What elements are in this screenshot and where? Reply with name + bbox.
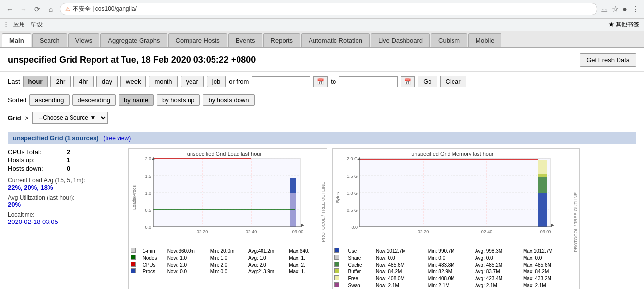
bookmark-apps[interactable]: 应用 [13,21,25,29]
tab-mobile[interactable]: Mobile [468,33,501,47]
clear-button[interactable]: Clear [440,76,466,87]
profile-button[interactable]: ● [622,4,627,14]
legend-min-use: Min: 990.7M [426,247,473,254]
grid-section-title-link[interactable]: unspecified Grid (1 sources) [13,134,100,142]
bookmark-bише[interactable]: 毕设 [31,21,43,29]
time-controls: Last hour 2hr 4hr day week month year jo… [0,72,644,91]
time-2hr-button[interactable]: 2hr [50,76,71,87]
legend-max-free: Max: 433.2M [521,275,572,282]
svg-text:Loads/Procs: Loads/Procs [132,185,137,210]
legend-row-use: Use Now:1012.7M Min: 990.7M Avg: 998.3M … [333,247,572,254]
browser-actions: ⌓ ☆ ● ⋮ [601,4,639,14]
sort-by-name-button[interactable]: by name [119,94,154,106]
sort-descending-button[interactable]: descending [72,94,116,106]
svg-text:unspecified Grid Memory last h: unspecified Grid Memory last hour [411,151,494,156]
localtime-label: Localtime: [8,211,120,218]
legend-avg-free: Avg: 423.4M [473,275,521,282]
legend-now-free: Now: 408.0M [374,275,426,282]
svg-text:1.0 G: 1.0 G [347,191,358,196]
reload-button[interactable]: ⟳ [32,4,42,14]
svg-text:0.5 G: 0.5 G [347,208,358,213]
sort-ascending-button[interactable]: ascending [29,94,69,106]
bookmark-button[interactable]: ☆ [612,4,619,14]
time-month-button[interactable]: month [149,76,177,87]
legend-color-1min [131,248,136,253]
legend-color-use [334,248,339,253]
choose-source-select[interactable]: --Choose a Source ▼ [32,112,108,124]
legend-avg-procs: Avg:213.9m [246,268,287,275]
svg-text:2.0 G: 2.0 G [347,156,358,161]
page-header: unspecified Grid Report at Tue, 18 Feb 2… [0,48,644,72]
legend-now-1min: Now:360.0m [166,247,208,254]
legend-avg-swap: Avg: 2.1M [473,282,521,289]
grid-stats: CPUs Total: 2 Hosts up: 1 Hosts down: 0 … [8,148,120,289]
legend-color-nodes [131,255,136,260]
sort-controls: Sorted ascending descending by name by h… [0,91,644,109]
legend-color-cache [334,262,339,267]
legend-min-cache: Min: 483.8M [426,261,473,268]
load-chart-container: unspecified Grid Load last hour [128,148,327,289]
memory-chart-svg: unspecified Grid Memory last hour [333,149,572,246]
legend-now-buffer: Now: 84.2M [374,268,426,275]
address-bar[interactable]: ⚠ 不安全 | cos100/ganglia/ [60,3,597,15]
tab-main[interactable]: Main [2,33,31,47]
legend-max-share: Max: 0.0 [521,254,572,261]
apps-icon[interactable]: ⁝ [5,20,7,29]
back-button[interactable]: ← [5,4,15,14]
tab-compare-hosts[interactable]: Compare Hosts [168,33,227,47]
tab-reports[interactable]: Reports [263,33,301,47]
tab-views[interactable]: Views [68,33,99,47]
time-week-button[interactable]: week [120,76,146,87]
go-button[interactable]: Go [418,76,437,87]
other-bookmarks[interactable]: ★ 其他书签 [608,21,639,29]
svg-text:unspecified Grid Load last hou: unspecified Grid Load last hour [187,151,262,156]
grid-label: Grid [8,114,21,122]
translate-button[interactable]: ⌓ [601,4,608,14]
from-calendar-button[interactable]: 📅 [313,76,328,87]
time-year-button[interactable]: year [181,76,204,87]
to-calendar-button[interactable]: 📅 [401,76,415,87]
tab-search[interactable]: Search [32,33,67,47]
time-job-button[interactable]: job [207,76,226,87]
forward-button[interactable]: → [19,4,28,14]
time-day-button[interactable]: day [96,76,118,87]
sort-by-hosts-down-button[interactable]: by hosts down [203,94,254,106]
from-date-input[interactable] [252,76,310,87]
hosts-up-row: Hosts up: 1 [8,156,120,164]
tree-view-link[interactable]: (tree view) [103,135,131,142]
legend-avg-cpus: Avg: 2.0 [246,261,287,268]
legend-min-nodes: Min: 1.0 [208,254,246,261]
legend-now-swap: Now: 2.1M [374,282,426,289]
legend-row-cpus: CPUs Now: 2.0 Min: 2.0 Avg: 2.0 Max: 2. [129,261,320,268]
to-date-input[interactable] [339,76,398,87]
time-4hr-button[interactable]: 4hr [73,76,94,87]
legend-max-buffer: Max: 84.2M [521,268,572,275]
legend-max-use: Max:1012.7M [521,247,572,254]
home-button[interactable]: ⌂ [46,4,56,14]
get-fresh-data-button[interactable]: Get Fresh Data [580,53,636,67]
legend-avg-use: Avg: 998.3M [473,247,521,254]
svg-rect-44 [538,177,547,193]
legend-row-cache: Cache Now: 485.6M Min: 483.8M Avg: 485.2… [333,261,572,268]
legend-avg-cache: Avg: 485.2M [473,261,521,268]
grid-content: CPUs Total: 2 Hosts up: 1 Hosts down: 0 … [8,148,636,289]
bookmark-icon: ★ [608,21,614,28]
tab-automatic-rotation[interactable]: Automatic Rotation [301,33,370,47]
legend-row-free: Free Now: 408.0M Min: 408.0M Avg: 423.4M… [333,275,572,282]
bookmarks-bar: ⁝ 应用 毕设 ★ 其他书签 [0,19,644,31]
sort-by-hosts-up-button[interactable]: by hosts up [157,94,200,106]
legend-now-use: Now:1012.7M [374,247,426,254]
tab-live-dashboard[interactable]: Live Dashboard [371,33,430,47]
load-chart-wrapper: unspecified Grid Load last hour [129,149,327,275]
svg-rect-45 [538,174,547,177]
tab-aggregate-graphs[interactable]: Aggregate Graphs [100,33,167,47]
tab-cubism[interactable]: Cubism [431,33,467,47]
tab-events[interactable]: Events [228,33,262,47]
menu-button[interactable]: ⋮ [631,4,639,14]
legend-color-procs [131,268,136,273]
grid-section-title: unspecified Grid (1 sources) [13,134,99,142]
memory-chart-container: unspecified Grid Memory last hour [332,148,580,289]
time-hour-button[interactable]: hour [23,76,48,87]
legend-min-1min: Min: 20.0m [208,247,246,254]
load-chart-svg: unspecified Grid Load last hour [129,149,320,246]
